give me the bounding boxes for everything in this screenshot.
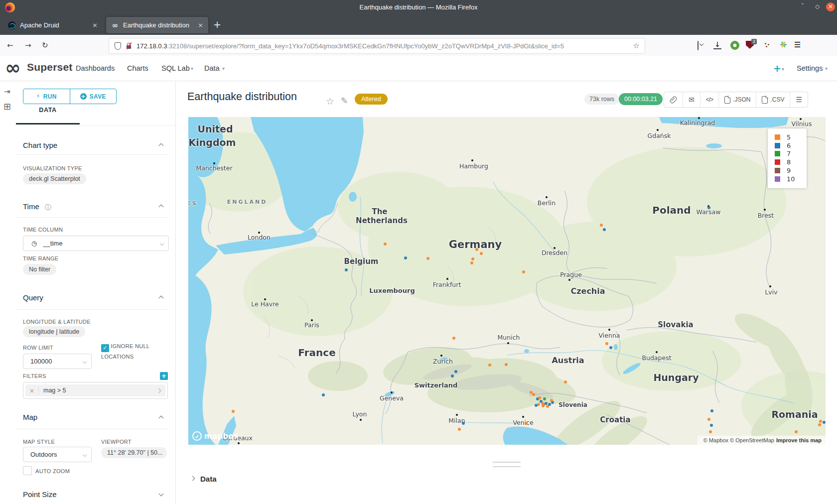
- chevron-up-icon[interactable]: [159, 205, 164, 210]
- add-new-button[interactable]: +: [773, 63, 781, 74]
- tab-close-icon[interactable]: ×: [92, 21, 98, 29]
- map-data-point[interactable]: [475, 248, 478, 251]
- map-data-point[interactable]: [538, 396, 541, 399]
- map-data-point[interactable]: [322, 393, 325, 396]
- collapse-panel-icon[interactable]: ⇥: [4, 87, 10, 96]
- new-tab-button[interactable]: +: [213, 20, 221, 29]
- map-data-point[interactable]: [550, 399, 553, 402]
- map-data-point[interactable]: [505, 363, 508, 366]
- attribution-text[interactable]: © Mapbox © OpenStreetMap: [703, 437, 774, 443]
- improve-map-link[interactable]: Improve this map: [776, 437, 822, 443]
- map-data-point[interactable]: [232, 410, 235, 413]
- tab-earthquake-distribution[interactable]: ∞ Earthquake distribution ×: [106, 17, 208, 33]
- map-data-point[interactable]: [452, 337, 455, 340]
- map-data-point[interactable]: [462, 422, 465, 425]
- chevron-up-icon[interactable]: [159, 416, 164, 421]
- window-close-icon[interactable]: ×: [826, 2, 835, 11]
- map-data-point[interactable]: [384, 243, 387, 246]
- tracking-shield-icon[interactable]: [115, 42, 121, 50]
- tab-apache-druid[interactable]: Apache Druid ×: [3, 17, 103, 33]
- map-data-point[interactable]: [823, 421, 826, 424]
- bookmark-star-icon[interactable]: ☆: [633, 41, 640, 50]
- window-minimize-icon[interactable]: ˇ: [801, 3, 804, 10]
- map-data-point[interactable]: [542, 404, 545, 407]
- row-limit-select[interactable]: 100000: [23, 354, 92, 369]
- map-data-point[interactable]: [451, 375, 454, 378]
- favorite-star-icon[interactable]: ☆: [326, 96, 334, 107]
- section-point-size[interactable]: Point Size: [23, 490, 57, 499]
- map-data-point[interactable]: [600, 224, 603, 227]
- window-maximize-icon[interactable]: ◇: [815, 3, 820, 10]
- add-filter-button[interactable]: +: [160, 372, 168, 380]
- chevron-right-icon[interactable]: [156, 388, 161, 393]
- url-bar[interactable]: 172.18.0.3:32108/superset/explore/?form_…: [109, 38, 645, 54]
- nav-data[interactable]: Data: [204, 64, 220, 72]
- map-data-point[interactable]: [707, 418, 710, 421]
- section-time[interactable]: Time: [23, 202, 39, 211]
- data-section-header[interactable]: Data: [200, 475, 217, 483]
- map-canvas[interactable]: UnitedKingdomTheNetherlandsFranceGermany…: [188, 117, 826, 445]
- map-data-point[interactable]: [710, 409, 713, 412]
- superset-brand[interactable]: Superset: [27, 61, 72, 73]
- chevron-up-icon[interactable]: [159, 143, 164, 148]
- insecure-lock-icon[interactable]: [126, 42, 132, 49]
- tab-close-icon[interactable]: ×: [198, 21, 203, 29]
- filter-item[interactable]: × mag > 5: [25, 384, 165, 396]
- chart-menu-button[interactable]: ☰: [790, 92, 808, 107]
- firefox-menu-icon[interactable]: ☰: [794, 40, 801, 49]
- time-column-select[interactable]: ◷ __time: [23, 236, 169, 251]
- section-map[interactable]: Map: [23, 413, 37, 421]
- map-data-point[interactable]: [458, 428, 461, 431]
- map-data-point[interactable]: [525, 422, 528, 425]
- section-query[interactable]: Query: [23, 293, 43, 302]
- run-button[interactable]: ⚡ RUN: [23, 89, 70, 104]
- nav-dashboards[interactable]: Dashboards: [76, 64, 115, 72]
- map-data-point[interactable]: [480, 252, 483, 255]
- map-data-point[interactable]: [609, 346, 612, 349]
- embed-code-button[interactable]: </>: [700, 92, 719, 107]
- save-button[interactable]: + SAVE: [70, 89, 117, 104]
- map-data-point[interactable]: [819, 420, 822, 423]
- data-section-chevron-icon[interactable]: [190, 476, 195, 481]
- map-data-point[interactable]: [605, 342, 608, 345]
- map-data-point[interactable]: [710, 424, 713, 427]
- extension-privacy-icon[interactable]: [730, 41, 739, 50]
- panel-drag-handle[interactable]: [493, 462, 521, 467]
- time-range-pill[interactable]: No filter: [23, 264, 56, 275]
- chevron-down-icon[interactable]: [159, 492, 164, 497]
- map-data-point[interactable]: [522, 270, 525, 273]
- superset-logo[interactable]: ∞: [5, 58, 21, 78]
- map-data-point[interactable]: [603, 228, 606, 231]
- datasource-grid-icon[interactable]: ⊞: [3, 101, 11, 112]
- map-style-select[interactable]: Outdoors: [23, 447, 92, 462]
- map-data-point[interactable]: [488, 364, 491, 367]
- map-data-point[interactable]: [543, 397, 546, 400]
- viewport-pill[interactable]: 11° 28' 29.70" | 50...: [101, 447, 167, 458]
- map-data-point[interactable]: [535, 404, 538, 407]
- copy-link-button[interactable]: [664, 92, 683, 107]
- map-data-point[interactable]: [818, 423, 821, 426]
- pocket-icon[interactable]: [698, 41, 698, 50]
- lonlat-pill[interactable]: longitude | latitude: [23, 326, 85, 337]
- map-data-point[interactable]: [709, 430, 712, 433]
- back-icon[interactable]: ←: [7, 41, 13, 50]
- edit-properties-icon[interactable]: ✎: [341, 96, 348, 106]
- section-chart-type[interactable]: Chart type: [23, 141, 57, 149]
- ignore-null-checkbox[interactable]: ✓: [101, 344, 109, 352]
- map-data-point[interactable]: [345, 268, 348, 271]
- chevron-up-icon[interactable]: [159, 296, 164, 301]
- map-data-point[interactable]: [564, 380, 567, 383]
- nav-settings[interactable]: Settings: [797, 64, 823, 72]
- map-data-point[interactable]: [532, 393, 535, 396]
- export-json-button[interactable]: .JSON: [719, 92, 756, 107]
- map-data-point[interactable]: [454, 370, 457, 373]
- download-icon[interactable]: ↓: [713, 41, 721, 49]
- map-data-point[interactable]: [471, 257, 474, 260]
- map-data-point[interactable]: [426, 257, 429, 260]
- nav-charts[interactable]: Charts: [127, 64, 148, 72]
- email-button[interactable]: ✉: [683, 92, 700, 107]
- map-data-point[interactable]: [707, 206, 710, 209]
- mapbox-logo[interactable]: mapbox: [192, 431, 239, 441]
- map-data-point[interactable]: [470, 261, 473, 264]
- remove-filter-icon[interactable]: ×: [25, 387, 39, 394]
